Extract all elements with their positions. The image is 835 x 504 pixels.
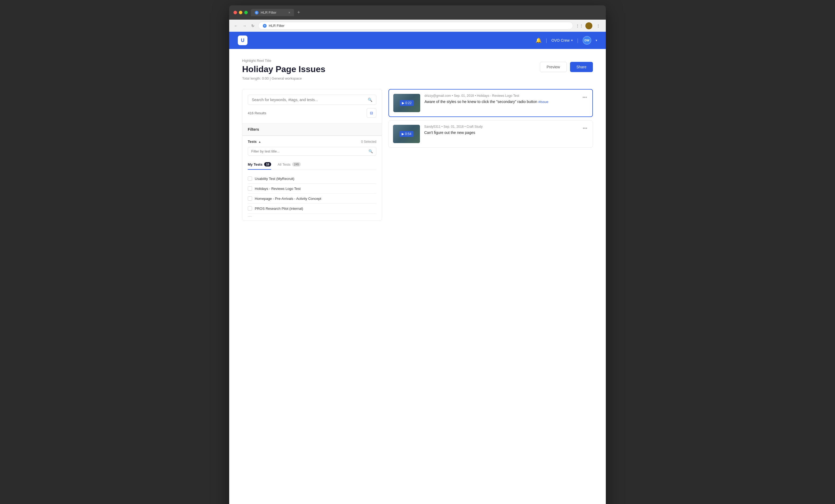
- workspace-selector[interactable]: OVO Crew ▾: [551, 38, 573, 42]
- menu-button[interactable]: ⋮: [594, 22, 602, 29]
- filters-header: Filters: [242, 123, 382, 135]
- filter-search-icon: 🔍: [369, 149, 373, 153]
- traffic-lights: [233, 11, 248, 14]
- tab-favicon: G: [255, 11, 259, 15]
- maximize-window-button[interactable]: [244, 11, 248, 14]
- results-row: 416 Results ⊟: [248, 108, 376, 118]
- search-input[interactable]: [252, 98, 366, 102]
- test-item-label: PROS Research Pilot (internal): [255, 207, 303, 211]
- close-window-button[interactable]: [233, 11, 237, 14]
- clip-info: Sandy5311 • Sep. 01, 2018 • Craft Study …: [424, 125, 577, 135]
- browser-window: G HLR Filter × + ← → ↻ G HLR Filter ⋮⋮ ⋮…: [229, 5, 606, 504]
- page-title-section: Highlight Reel Title Holiday Page Issues…: [242, 59, 325, 80]
- clip-more-button[interactable]: •••: [582, 125, 588, 132]
- filter-search-input[interactable]: [251, 149, 366, 153]
- filter-search-box[interactable]: 🔍: [248, 147, 376, 156]
- results-count: 416 Results: [248, 111, 266, 115]
- filters-section: Filters: [242, 123, 382, 135]
- browser-toolbar: ← → ↻ G HLR Filter ⋮⋮ ⋮: [229, 20, 606, 32]
- test-checkbox[interactable]: [248, 206, 252, 211]
- list-item[interactable]: Usability Test (MyRecruit): [248, 174, 376, 184]
- test-item-label: Products_Arts Program: [255, 216, 291, 217]
- search-section: 🔍 416 Results ⊟: [242, 89, 382, 123]
- filter-selected-count: 0 Selected: [361, 140, 376, 144]
- tab-title: HLR Filter: [261, 10, 277, 15]
- nav-divider: |: [546, 38, 547, 43]
- clip-text: Aware of the styles so he knew to click …: [425, 99, 577, 105]
- clip-card[interactable]: ▶ 0:54 Sandy5311 • Sep. 01, 2018 • Craft…: [388, 120, 593, 148]
- tab-my-tests-badge: 18: [264, 162, 271, 167]
- main-layout: 🔍 416 Results ⊟ Filters: [242, 89, 593, 221]
- tab-my-tests-label: My Tests: [248, 163, 263, 167]
- minimize-window-button[interactable]: [239, 11, 242, 14]
- list-item[interactable]: Homepage - Pre-Arrivals - Activity Conce…: [248, 194, 376, 204]
- browser-profile-avatar[interactable]: [585, 22, 592, 29]
- user-avatar[interactable]: DW: [583, 36, 591, 45]
- filter-group-tests: Tests ▲ 0 Selected 🔍: [242, 135, 382, 220]
- page-title: Holiday Page Issues: [242, 64, 325, 74]
- test-checkbox[interactable]: [248, 216, 252, 217]
- page-meta: Total length: 0:00 | General workspace: [242, 77, 325, 80]
- tab-all-tests[interactable]: All Tests 245: [278, 160, 301, 170]
- app-logo[interactable]: U: [238, 36, 247, 45]
- extensions-button[interactable]: ⋮⋮: [576, 22, 583, 29]
- tab-all-tests-label: All Tests: [278, 163, 290, 167]
- toolbar-actions: ⋮⋮ ⋮: [576, 22, 602, 29]
- test-list: Usability Test (MyRecruit) Holidays - Re…: [248, 174, 376, 217]
- clip-duration: 0:54: [405, 132, 411, 136]
- clip-meta: Sandy5311 • Sep. 01, 2018 • Craft Study: [424, 125, 577, 129]
- address-text: HLR Filter: [269, 24, 285, 28]
- clip-card[interactable]: ▶ 0:22 drizzy@gmail.com • Sep. 01, 2018 …: [388, 89, 593, 117]
- workspace-name: OVO Crew: [551, 38, 570, 42]
- page-label: Highlight Reel Title: [242, 59, 325, 63]
- clip-thumbnail: ▶ 0:22: [393, 94, 420, 112]
- clip-duration: 0:22: [405, 101, 412, 105]
- tab-bar: G HLR Filter × +: [251, 8, 602, 16]
- list-item[interactable]: Holidays - Reviews Logo Test: [248, 184, 376, 194]
- test-checkbox[interactable]: [248, 196, 252, 201]
- test-checkbox[interactable]: [248, 176, 252, 181]
- address-bar[interactable]: G HLR Filter: [258, 22, 573, 29]
- test-checkbox[interactable]: [248, 186, 252, 191]
- page-main: Highlight Reel Title Holiday Page Issues…: [229, 49, 606, 504]
- tab-all-tests-badge: 245: [292, 162, 301, 167]
- list-item[interactable]: Products_Arts Program: [248, 213, 376, 217]
- search-icon: 🔍: [368, 98, 372, 102]
- clip-play-button[interactable]: ▶ 0:22: [400, 100, 414, 106]
- forward-button[interactable]: →: [242, 23, 247, 29]
- browser-titlebar: G HLR Filter × +: [229, 5, 606, 20]
- reload-button[interactable]: ↻: [250, 23, 256, 29]
- share-button[interactable]: Share: [570, 62, 593, 72]
- play-icon: ▶: [402, 101, 404, 105]
- test-item-label: Holidays - Reviews Logo Test: [255, 187, 301, 191]
- clip-info: drizzy@gmail.com • Sep. 01, 2018 • Holid…: [425, 94, 577, 105]
- search-box[interactable]: 🔍: [248, 94, 376, 105]
- sort-icon[interactable]: ▲: [258, 140, 261, 143]
- filter-toggle-button[interactable]: ⊟: [367, 108, 376, 118]
- clip-thumbnail: ▶ 0:54: [393, 125, 420, 143]
- bell-icon[interactable]: 🔔: [535, 37, 542, 43]
- user-chevron-icon: ▾: [596, 39, 597, 42]
- browser-tab-active[interactable]: G HLR Filter ×: [251, 9, 294, 16]
- tab-close-button[interactable]: ×: [288, 11, 290, 15]
- back-button[interactable]: ←: [233, 23, 239, 29]
- right-panel: ▶ 0:22 drizzy@gmail.com • Sep. 01, 2018 …: [388, 89, 593, 221]
- clip-meta: drizzy@gmail.com • Sep. 01, 2018 • Holid…: [425, 94, 577, 98]
- left-panel: 🔍 416 Results ⊟ Filters: [242, 89, 382, 221]
- preview-button[interactable]: Preview: [540, 62, 567, 72]
- app-nav: U 🔔 | OVO Crew ▾ | DW ▾: [229, 32, 606, 49]
- page-header: Highlight Reel Title Holiday Page Issues…: [242, 59, 593, 80]
- clip-more-button[interactable]: •••: [581, 94, 588, 101]
- workspace-chevron-icon: ▾: [571, 39, 573, 42]
- clip-text: Can't figure out the new pages: [424, 130, 577, 135]
- clip-play-button[interactable]: ▶ 0:54: [400, 131, 413, 137]
- new-tab-button[interactable]: +: [295, 8, 302, 16]
- tab-my-tests[interactable]: My Tests 18: [248, 160, 271, 170]
- nav-right: 🔔 | OVO Crew ▾ | DW ▾: [535, 36, 597, 45]
- test-item-label: Homepage - Pre-Arrivals - Activity Conce…: [255, 196, 321, 201]
- address-favicon: G: [263, 24, 267, 28]
- play-icon: ▶: [402, 132, 404, 136]
- list-item[interactable]: PROS Research Pilot (internal): [248, 204, 376, 213]
- filter-icon: ⊟: [370, 111, 373, 115]
- nav-divider-2: |: [577, 38, 578, 43]
